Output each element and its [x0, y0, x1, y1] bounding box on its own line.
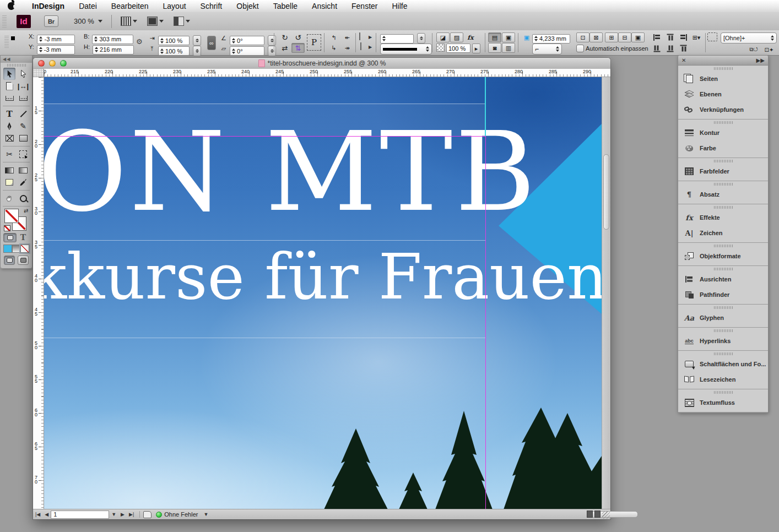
clear-overrides-button[interactable]: ⧉↺ — [747, 45, 760, 55]
dock-header[interactable]: ✕ ▶▶ — [678, 56, 768, 66]
auto-fit-checkbox[interactable] — [576, 45, 584, 52]
width-field[interactable]: B: 303 mm — [84, 33, 133, 44]
menu-item-schrift[interactable]: Schrift — [193, 2, 230, 10]
swap-fill-stroke-icon[interactable]: ⇄ — [24, 208, 28, 214]
panel-button-buttons[interactable]: Schaltflächen und Fo... — [678, 356, 768, 372]
select-previous-object-button[interactable]: ↞ — [340, 32, 354, 42]
gap-tool-button[interactable]: |↔| — [17, 80, 29, 92]
panel-button-object-styles[interactable]: Objektformate — [678, 248, 768, 264]
page-view-toggle-icon[interactable] — [587, 511, 593, 518]
type-tool-button[interactable]: T — [3, 108, 15, 120]
previous-page-button[interactable]: ◀ — [42, 512, 51, 517]
drag-dots-icon[interactable] — [714, 121, 733, 124]
wrap-none-button[interactable]: ▤ — [488, 32, 501, 42]
height-field[interactable]: H: 216 mm — [84, 44, 134, 55]
content-placer-tool-button[interactable] — [17, 92, 29, 104]
headline-text[interactable]: ON MTB — [44, 112, 538, 232]
distribute-top-button[interactable] — [650, 44, 663, 53]
menu-item-tabelle[interactable]: Tabelle — [266, 2, 305, 10]
align-center-button[interactable] — [663, 32, 677, 42]
menu-item-indesign[interactable]: InDesign — [25, 2, 72, 10]
opacity-field[interactable]: 100 % — [446, 44, 470, 53]
menu-item-bearbeiten[interactable]: Bearbeiten — [104, 2, 156, 10]
drag-dots-icon[interactable] — [714, 160, 733, 162]
apple-icon[interactable] — [8, 2, 15, 10]
hand-tool-button[interactable] — [3, 192, 15, 204]
next-page-button[interactable]: ▶ — [118, 512, 127, 517]
document-canvas[interactable]: ON MTB kkurse für Frauen — [44, 77, 602, 509]
wrap-object-shape-button[interactable]: ◙ — [488, 43, 501, 53]
panel-button-hyperlinks[interactable]: abcHyperlinks — [678, 333, 768, 349]
apply-gradient-button[interactable] — [12, 245, 21, 253]
gradient-tool-button[interactable] — [3, 164, 15, 176]
formatting-affects-container-button[interactable] — [3, 233, 17, 242]
panel-button-effects[interactable]: fxEffekte — [678, 210, 768, 225]
window-resize-grip[interactable] — [602, 511, 610, 519]
menu-item-layout[interactable]: Layout — [156, 2, 193, 10]
preflight-dropdown-icon[interactable]: ▼ — [201, 512, 210, 517]
rotate-cw-button[interactable]: ↻ — [278, 32, 291, 42]
stroke-menu-arrow-icon[interactable]: ▶ — [369, 45, 372, 50]
view-options-button[interactable] — [121, 16, 137, 27]
guide-line-vertical[interactable] — [485, 77, 486, 136]
drag-dots-icon[interactable] — [7, 64, 26, 67]
object-style-dropdown[interactable]: [Ohne]+ — [721, 32, 777, 44]
fill-swatch-none[interactable] — [359, 32, 360, 40]
panel-button-swatches[interactable]: Farbfelder — [678, 164, 768, 179]
vertical-scrollbar[interactable] — [602, 77, 610, 509]
rectangle-tool-button[interactable] — [17, 132, 29, 144]
page-dropdown-icon[interactable]: ▼ — [109, 512, 118, 517]
bridge-button[interactable]: Br — [44, 15, 58, 27]
dock-collapse-icon[interactable]: ▶▶ — [756, 57, 765, 63]
drag-dots-icon[interactable] — [714, 183, 733, 186]
panel-button-bookmarks[interactable]: Lesezeichen — [678, 372, 768, 387]
select-content-button[interactable]: ↳ — [327, 43, 340, 53]
tools-panel-header[interactable]: ◀◀ — [1, 56, 32, 63]
drag-dots-icon[interactable] — [714, 391, 733, 394]
apply-color-button[interactable] — [3, 245, 12, 253]
wrap-jump-button[interactable]: ▥ — [502, 43, 515, 53]
vertical-ruler[interactable]: 1 52 02 53 03 54 04 55 05 56 06 57 07 5 — [33, 77, 44, 509]
drag-dots-icon[interactable] — [714, 206, 733, 209]
panel-button-character[interactable]: A|Zeichen — [678, 225, 768, 241]
effects-menu-button[interactable]: fx — [464, 32, 477, 42]
drag-dots-icon[interactable] — [714, 67, 733, 70]
panel-button-color[interactable]: Farbe — [678, 140, 768, 156]
flip-horizontal-button[interactable]: ⇄ — [278, 43, 291, 53]
subline-text[interactable]: kkurse für Frauen — [44, 242, 602, 311]
selection-frame-right-edge[interactable] — [485, 136, 486, 509]
constrain-dimensions-icon[interactable]: ⚙ — [136, 37, 143, 46]
page-number-field[interactable]: 1 — [51, 511, 109, 519]
screen-mode-button[interactable] — [147, 16, 164, 27]
stroke-weight-field[interactable] — [380, 32, 425, 44]
distribute-center-button[interactable] — [663, 44, 677, 53]
free-transform-tool-button[interactable] — [17, 148, 29, 160]
pen-tool-button[interactable] — [3, 120, 15, 132]
stroke-type-dropdown[interactable] — [380, 44, 432, 55]
fill-stroke-control[interactable]: ⇄ — [4, 209, 29, 231]
panel-button-text-wrap[interactable]: Textumfluss — [678, 395, 768, 410]
drag-dots-icon[interactable] — [714, 245, 733, 247]
constrain-scale-link-icon[interactable]: ∞ — [207, 36, 216, 50]
fit-frame-to-content-button[interactable]: ⊟ — [618, 32, 631, 42]
distribute-bottom-button[interactable] — [677, 44, 690, 53]
panel-button-pages[interactable]: Seiten — [678, 71, 768, 86]
zoom-tool-button[interactable] — [17, 192, 29, 204]
drag-dots-icon[interactable] — [714, 352, 733, 355]
direct-selection-tool-button[interactable] — [17, 68, 29, 80]
new-style-button[interactable]: ⊡✦ — [762, 45, 776, 55]
rotate-ccw-button[interactable]: ↺ — [291, 32, 305, 42]
preflight-menu-icon[interactable] — [143, 511, 152, 518]
first-page-button[interactable]: |◀ — [33, 512, 42, 517]
horizontal-ruler[interactable]: 0215220225230235240245250255260265270275… — [44, 69, 610, 77]
arrange-documents-button[interactable] — [174, 16, 190, 27]
panel-button-layers[interactable]: Ebenen — [678, 86, 768, 102]
corner-shape-dropdown[interactable]: ⌐ — [532, 44, 562, 55]
close-window-button[interactable] — [38, 60, 45, 67]
wrap-bounding-box-button[interactable]: ▣ — [502, 32, 515, 42]
last-page-button[interactable]: ▶| — [127, 512, 136, 517]
minimize-window-button[interactable] — [49, 60, 56, 67]
drag-dots-icon[interactable] — [714, 268, 733, 270]
content-collector-tool-button[interactable] — [3, 92, 15, 104]
zoom-level-dropdown[interactable]: 300 % — [74, 17, 102, 25]
